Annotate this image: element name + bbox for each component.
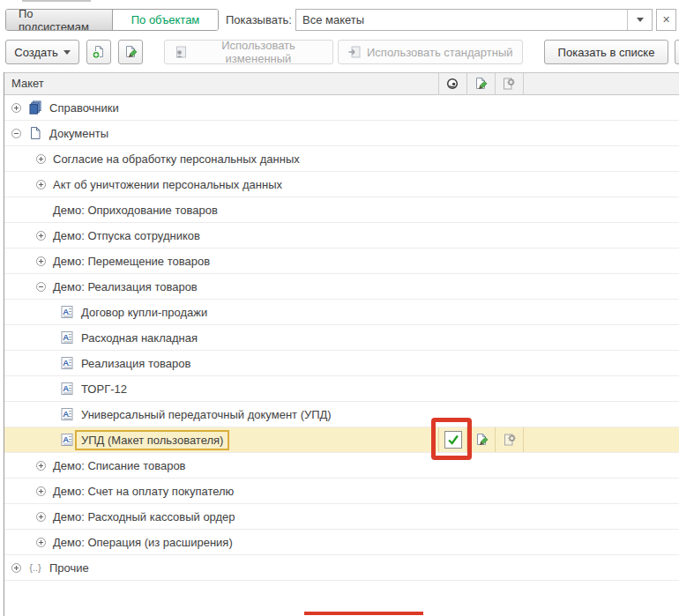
layout-template-icon: A xyxy=(60,330,74,345)
edit-layout-button[interactable] xyxy=(118,40,143,64)
tree-row-label: Демо: Операция (из расширения) xyxy=(53,536,233,549)
document-gear-icon xyxy=(502,77,516,91)
expand-icon[interactable] xyxy=(36,154,46,164)
tree-row-layout[interactable]: A Расходная накладная xyxy=(4,325,679,351)
cropped-button-fragment xyxy=(675,40,679,64)
layout-tree: Справочники Документы Согласие на обрабо… xyxy=(4,95,679,581)
chevron-down-icon xyxy=(63,50,71,55)
tree-row[interactable]: Согласие на обработку персональных данны… xyxy=(4,146,679,172)
expand-icon[interactable] xyxy=(11,103,21,113)
layout-template-icon: A xyxy=(60,407,74,421)
tree-row-selected[interactable]: A УПД (Макет пользователя) xyxy=(4,427,679,453)
document-pencil-icon xyxy=(474,77,488,91)
tree-row[interactable]: Демо: Перемещение товаров xyxy=(4,249,679,274)
tree-row[interactable]: Демо: Оприходование товаров xyxy=(4,197,679,223)
table-header: Макет xyxy=(4,72,679,95)
expand-icon[interactable] xyxy=(36,461,46,471)
tree-row-label: Демо: Реализация товаров xyxy=(53,280,198,293)
create-button-label: Создать xyxy=(14,46,57,59)
expand-icon[interactable] xyxy=(36,486,46,496)
dropdown-button[interactable] xyxy=(627,10,652,30)
column-divider xyxy=(495,427,496,452)
tree-row[interactable]: Демо: Расходный кассовый ордер xyxy=(4,504,679,530)
show-in-list-button[interactable]: Показать в списке xyxy=(544,40,668,64)
chevron-down-icon xyxy=(637,18,644,22)
tree-row[interactable]: Демо: Списание товаров xyxy=(4,453,679,479)
tree-row-label: Реализация товаров xyxy=(81,357,190,370)
show-in-list-label: Показать в списке xyxy=(558,46,655,59)
expand-icon[interactable] xyxy=(11,563,21,573)
tree-row-label: Демо: Отпуска сотрудников xyxy=(53,229,200,242)
svg-text:A: A xyxy=(63,358,69,367)
annotation-red-line xyxy=(304,612,423,615)
tree-row-other[interactable]: Прочие xyxy=(4,555,679,581)
tab-by-objects[interactable]: По объектам xyxy=(113,10,218,30)
document-pencil-icon xyxy=(123,45,138,59)
show-filter-label: Показывать: xyxy=(226,9,292,31)
tree-row[interactable]: Демо: Операция (из расширения) xyxy=(4,530,679,555)
tree-row-label: Акт об уничтожении персональных данных xyxy=(53,178,282,191)
tree-row-label: Демо: Оприходование товаров xyxy=(53,204,218,217)
annotation-red-box xyxy=(431,418,472,460)
layout-template-icon: A xyxy=(60,305,74,319)
collapse-icon[interactable] xyxy=(36,282,46,292)
tree-row-label: Демо: Перемещение товаров xyxy=(53,255,210,268)
tree-row-label: Расходная накладная xyxy=(81,331,198,345)
tree-row-layout[interactable]: A Универсальный передаточный документ (У… xyxy=(4,402,679,427)
use-standard-button[interactable]: Использовать стандартный xyxy=(338,40,523,64)
expand-icon[interactable] xyxy=(36,180,46,189)
view-mode-switch: По подсистемам По объектам xyxy=(5,9,219,31)
tree-row[interactable]: Демо: Отпуска сотрудников xyxy=(4,223,679,249)
tab-by-subsystems[interactable]: По подсистемам xyxy=(6,10,113,30)
document-pencil-icon[interactable] xyxy=(474,433,489,447)
column-header-layout: Макет xyxy=(11,73,44,94)
tree-row-label: Документы xyxy=(49,127,108,140)
tree-row-label: Прочие xyxy=(49,561,89,575)
use-standard-label: Использовать стандартный xyxy=(367,46,513,59)
layout-template-icon: A xyxy=(60,382,74,396)
layout-template-icon: A xyxy=(60,433,74,447)
tree-row-label: Согласие на обработку персональных данны… xyxy=(53,152,300,166)
tree-row-label: Договор купли-продажи xyxy=(81,306,207,319)
cropped-element-edge xyxy=(22,0,91,2)
expand-icon[interactable] xyxy=(36,256,46,266)
tree-row-label: Универсальный передаточный документ (УПД… xyxy=(81,408,332,421)
svg-text:A: A xyxy=(63,409,69,419)
catalogs-icon xyxy=(28,100,42,115)
tree-row-documents[interactable]: Документы xyxy=(4,121,679,146)
tree-row-label-focused: УПД (Макет пользователя) xyxy=(75,430,229,450)
tree-row-layout[interactable]: A ТОРГ-12 xyxy=(4,376,679,402)
expand-icon[interactable] xyxy=(36,512,46,522)
svg-text:A: A xyxy=(63,383,69,393)
expander-spacer xyxy=(36,205,46,215)
tree-row-label: Демо: Расходный кассовый ордер xyxy=(53,510,235,523)
tree-row-catalogs[interactable]: Справочники xyxy=(4,95,679,121)
create-button[interactable]: Создать xyxy=(5,40,79,64)
tree-row-label: Справочники xyxy=(49,101,119,115)
column-divider xyxy=(495,73,496,94)
svg-text:A: A xyxy=(63,332,69,342)
document-gear-icon[interactable] xyxy=(503,433,517,447)
document-user-icon xyxy=(174,45,188,59)
tree-row-layout[interactable]: A Договор купли-продажи xyxy=(4,300,679,325)
tree-row[interactable]: Акт об уничтожении персональных данных xyxy=(4,172,679,197)
braces-icon xyxy=(28,562,42,573)
eye-icon xyxy=(445,77,459,91)
clear-filter-button[interactable] xyxy=(656,9,676,31)
collapse-icon[interactable] xyxy=(11,129,21,138)
tree-row-label: ТОРГ-12 xyxy=(81,382,127,396)
layout-filter-value[interactable]: Все макеты xyxy=(296,10,627,30)
tree-row[interactable]: Демо: Реализация товаров xyxy=(4,274,679,300)
svg-text:A: A xyxy=(63,307,69,316)
tree-row-label: Демо: Счет на оплату покупателю xyxy=(53,485,234,498)
tree-row[interactable]: Демо: Счет на оплату покупателю xyxy=(4,479,679,504)
layout-template-icon: A xyxy=(60,356,74,370)
use-modified-button[interactable]: Использовать измененный xyxy=(164,40,333,64)
new-layout-button[interactable] xyxy=(86,40,111,64)
svg-text:A: A xyxy=(63,434,69,444)
tree-row-label: Демо: Списание товаров xyxy=(53,459,186,472)
expand-icon[interactable] xyxy=(36,231,46,241)
tree-row-layout[interactable]: A Реализация товаров xyxy=(4,351,679,376)
expand-icon[interactable] xyxy=(36,538,46,547)
layout-filter-combobox[interactable]: Все макеты xyxy=(295,9,653,31)
